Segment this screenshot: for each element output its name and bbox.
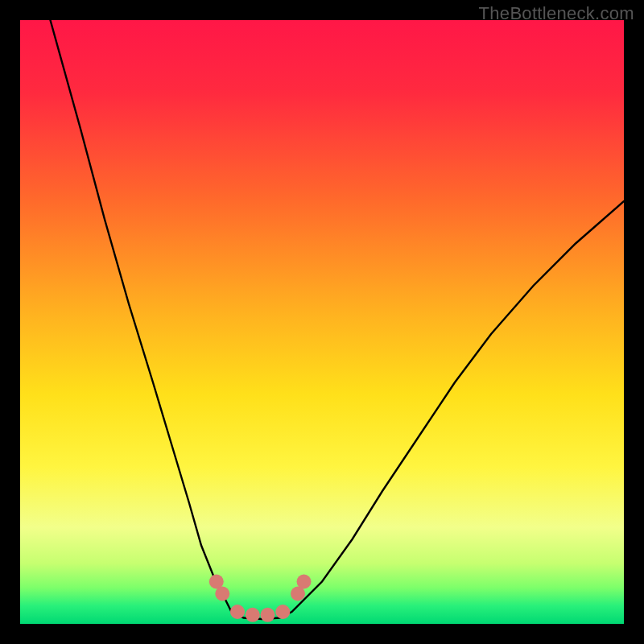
plot-area	[20, 20, 624, 624]
valley-marker	[230, 605, 245, 619]
chart-stage: TheBottleneck.com	[0, 0, 644, 644]
valley-marker	[261, 608, 275, 622]
valley-marker	[275, 605, 290, 619]
valley-marker	[246, 608, 260, 622]
bottleneck-line	[51, 20, 625, 619]
watermark-text: TheBottleneck.com	[479, 3, 634, 24]
valley-marker	[297, 575, 312, 589]
valley-marker	[215, 587, 229, 601]
bottleneck-curve	[20, 20, 624, 624]
